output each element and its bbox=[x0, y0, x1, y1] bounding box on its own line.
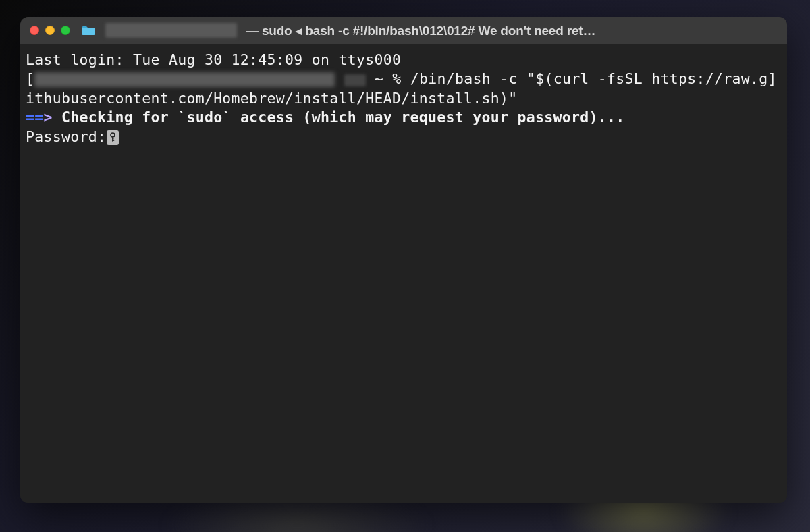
prompt-redacted-2 bbox=[344, 74, 366, 86]
arrow-gt: > bbox=[44, 109, 53, 126]
prompt-line: [ ~ % /bin/bash -c "$(curl -fsSL https:/… bbox=[26, 70, 782, 88]
svg-rect-3 bbox=[112, 138, 113, 139]
terminal-body[interactable]: Last login: Tue Aug 30 12:45:09 on ttys0… bbox=[20, 44, 787, 503]
bracket-close: ] bbox=[768, 70, 777, 87]
checking-line: ==> Checking for `sudo` access (which ma… bbox=[26, 108, 782, 127]
terminal-window: — sudo ◂ bash -c #!/bin/bash\012\012# We… bbox=[20, 17, 787, 503]
bracket-open: [ bbox=[26, 70, 34, 87]
prompt-redacted bbox=[34, 72, 335, 87]
prompt-suffix: ~ % bbox=[366, 70, 410, 87]
folder-icon bbox=[82, 25, 95, 36]
maximize-button[interactable] bbox=[61, 26, 70, 35]
password-prompt: Password: bbox=[26, 128, 106, 145]
password-line: Password: bbox=[26, 128, 782, 147]
traffic-lights bbox=[30, 26, 70, 35]
svg-point-0 bbox=[111, 133, 115, 137]
title-bar[interactable]: — sudo ◂ bash -c #!/bin/bash\012\012# We… bbox=[20, 17, 787, 44]
last-login-line: Last login: Tue Aug 30 12:45:09 on ttys0… bbox=[26, 51, 782, 70]
command-line-2: ithubusercontent.com/Homebrew/install/HE… bbox=[26, 89, 782, 108]
minimize-button[interactable] bbox=[45, 26, 55, 35]
key-icon bbox=[107, 130, 119, 145]
command-part-1: /bin/bash -c "$(curl -fsSL https://raw.g bbox=[410, 70, 768, 87]
svg-rect-2 bbox=[112, 140, 114, 140]
title-redacted bbox=[105, 23, 237, 38]
window-title: — sudo ◂ bash -c #!/bin/bash\012\012# We… bbox=[246, 23, 778, 38]
checking-text: Checking for `sudo` access (which may re… bbox=[53, 109, 625, 126]
arrow-equals: == bbox=[26, 109, 44, 126]
close-button[interactable] bbox=[30, 26, 39, 35]
